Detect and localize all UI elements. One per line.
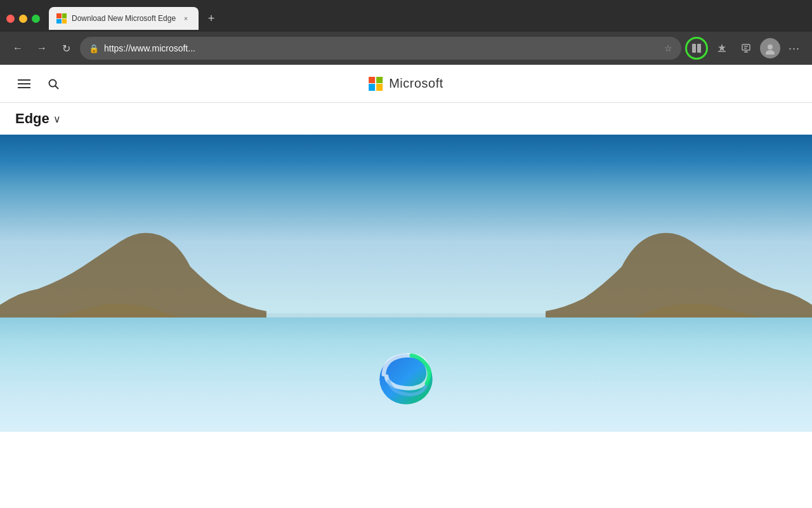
product-label: Edge [15,110,49,127]
new-tab-button[interactable]: + [201,8,221,29]
website-content: Microsoft Edge ∨ [0,65,812,432]
svg-point-8 [768,44,773,50]
tab-title: Download New Microsoft Edge [72,14,176,23]
maximize-window-button[interactable] [32,15,40,23]
microsoft-logo-text: Microsoft [389,76,443,91]
svg-rect-3 [742,44,750,50]
lock-icon: 🔒 [89,44,99,53]
svg-rect-1 [697,44,701,53]
hero-section [0,135,812,432]
url-text: https://www.microsoft... [104,43,659,53]
product-dropdown-button[interactable]: ∨ [53,113,61,125]
bookmark-icon[interactable]: ☆ [664,43,672,53]
hamburger-line [18,83,30,84]
svg-point-9 [766,50,775,55]
search-icon [48,78,59,90]
hamburger-line [18,87,30,88]
collections-icon [740,43,752,54]
refresh-button[interactable]: ↻ [56,38,76,58]
browser-window: Download New Microsoft Edge × + ← → ↻ 🔒 … [0,0,812,432]
favorites-icon [716,43,728,54]
more-options-button[interactable]: ··· [784,38,804,58]
traffic-lights [6,15,40,23]
back-button[interactable]: ← [8,38,28,58]
browser-tab[interactable]: Download New Microsoft Edge × [49,7,199,30]
tab-bar: Download New Microsoft Edge × + [0,0,812,32]
reading-view-button[interactable] [685,37,708,60]
search-button[interactable] [43,74,63,94]
forward-button[interactable]: → [32,38,52,58]
hamburger-menu-button[interactable] [15,77,33,91]
minimize-window-button[interactable] [19,15,27,23]
tab-close-button[interactable]: × [181,13,191,23]
tab-favicon [56,13,67,23]
edge-logo [371,343,441,413]
reading-view-icon [691,43,702,54]
hamburger-line [18,79,30,81]
favorites-button[interactable] [712,38,732,58]
microsoft-flag-icon [56,13,67,23]
svg-line-11 [56,86,58,88]
ms-header: Microsoft [0,65,812,103]
profile-button[interactable] [760,38,780,58]
profile-icon [764,42,776,55]
microsoft-logo-flag [369,77,383,91]
url-bar[interactable]: 🔒 https://www.microsoft... ☆ [80,37,681,60]
collections-button[interactable] [736,38,756,58]
product-nav: Edge ∨ [0,103,812,135]
close-window-button[interactable] [6,15,15,23]
address-bar: ← → ↻ 🔒 https://www.microsoft... ☆ [0,32,812,65]
microsoft-logo[interactable]: Microsoft [369,76,443,91]
svg-rect-0 [692,44,696,53]
